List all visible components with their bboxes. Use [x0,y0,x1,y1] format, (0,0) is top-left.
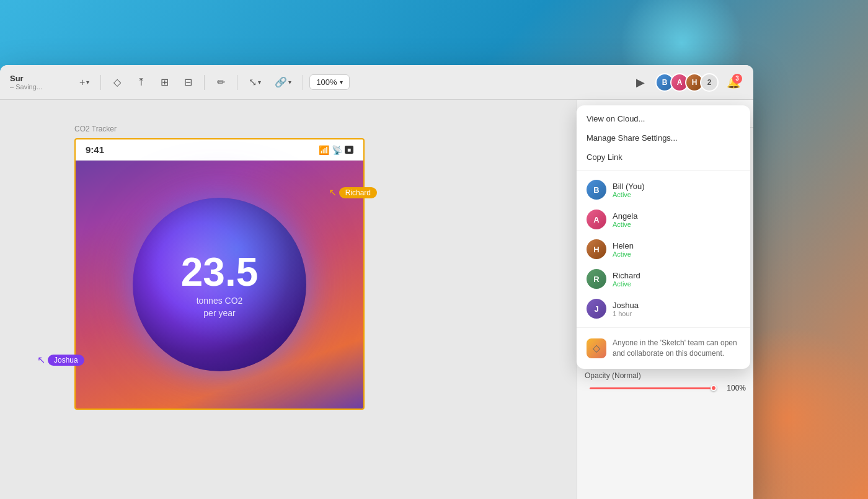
angela-avatar: A [587,210,606,229]
team-info-row: ◇ Anyone in the 'Sketch' team can open a… [577,332,750,365]
menu-team-info: ◇ Anyone in the 'Sketch' team can open a… [577,328,750,369]
opacity-slider-thumb [711,385,717,391]
helen-status: Active [613,250,634,258]
status-bar: 9:41 📶 📡 ■ [76,139,363,161]
angela-name: Angela [613,211,637,221]
richard-avatar: R [587,269,606,289]
bill-avatar: B [587,180,606,200]
helen-info: Helen Active [613,241,634,258]
vector-icon: ✏ [217,76,225,88]
zoom-value: 100% [316,77,337,87]
resize-chevron: ▾ [258,79,261,86]
add-chevron: ▾ [86,79,89,86]
phone-body: 23.5 tonnes CO2 per year [76,161,363,408]
group-tool[interactable]: ⊟ [178,73,198,92]
richard-info: Richard Active [613,271,640,288]
toolbar-separator-4 [303,75,303,90]
battery-icon: ■ [345,146,353,154]
add-icon: + [79,77,85,88]
toolbar-right: ▶ B A H 2 🔔 3 [631,73,743,92]
frame-label: CO2 Tracker [74,125,365,133]
angela-status: Active [613,221,637,228]
zoom-selector[interactable]: 100% ▾ [309,74,349,90]
shape-tool[interactable]: ◇ [107,73,127,92]
canvas-area[interactable]: CO2 Tracker 9:41 📶 📡 ■ 23 [0,100,577,499]
notification-button[interactable]: 🔔 3 [724,73,743,92]
toolbar-separator-1 [100,75,101,90]
toolbar-separator-3 [237,75,237,90]
menu-quick-actions: View on Cloud... Manage Share Settings..… [577,105,750,171]
vector-tool[interactable]: ✏ [211,73,231,92]
angela-info: Angela Active [613,211,637,228]
dropdown-menu: View on Cloud... Manage Share Settings..… [577,105,750,369]
joshua-cursor-arrow: ↖ [37,354,45,366]
toolbar: Sur – Saving... + ▾ ◇ ⤒ ⊞ [0,65,753,100]
link-tool[interactable]: 🔗 ▾ [270,73,296,92]
team-info-text: Anyone in the 'Sketch' team can open and… [613,338,740,359]
menu-users: B Bill (You) Active A Angela Active H He… [577,171,750,328]
add-button[interactable]: + ▾ [74,73,94,92]
co2-label: tonnes CO2 per year [197,295,243,319]
opacity-slider[interactable] [590,387,717,389]
zoom-chevron: ▾ [340,79,343,86]
resize-icon: ⤡ [249,76,257,88]
toolbar-tools: + ▾ ◇ ⤒ ⊞ ⊟ ✏ [74,73,626,92]
bill-name: Bill (You) [613,182,645,191]
app-title-area: Sur – Saving... [10,74,60,91]
joshua-info: Joshua 1 hour [613,301,639,317]
frame-tool[interactable]: ⊞ [154,73,174,92]
status-time: 9:41 [86,144,104,155]
link-icon: 🔗 [275,76,287,88]
shape-icon: ◇ [113,76,121,88]
group-icon: ⊟ [184,76,192,88]
frame-icon: ⊞ [161,76,169,88]
signal-icon: 📶 [319,145,329,155]
toolbar-separator-2 [204,75,205,90]
app-status: – Saving... [10,83,60,91]
joshua-status: 1 hour [613,310,639,317]
bill-status: Active [613,191,645,198]
bill-info: Bill (You) Active [613,182,645,198]
insert-tool[interactable]: ⤒ [131,73,151,92]
manage-share-label: Manage Share Settings... [587,133,678,143]
user-bill[interactable]: B Bill (You) Active [577,175,750,205]
helen-avatar: H [587,239,606,259]
link-chevron: ▾ [288,79,291,86]
co2-value: 23.5 [181,249,259,295]
view-on-cloud-label: View on Cloud... [587,114,645,123]
user-richard[interactable]: R Richard Active [577,264,750,294]
opacity-row: Opacity (Normal) [585,371,746,380]
copy-link-item[interactable]: Copy Link [577,148,750,167]
joshua-name: Joshua [613,301,639,310]
manage-share-item[interactable]: Manage Share Settings... [577,128,750,148]
richard-status: Active [613,280,640,288]
richard-cursor: ↖ Richard [329,187,377,198]
user-joshua[interactable]: J Joshua 1 hour [577,294,750,324]
richard-cursor-label: Richard [339,187,377,198]
user-angela[interactable]: A Angela Active [577,205,750,234]
wifi-icon: 📡 [332,145,342,155]
helen-name: Helen [613,241,634,250]
joshua-avatar: J [587,299,606,319]
insert-icon: ⤒ [137,76,145,88]
co2-circle: 23.5 tonnes CO2 per year [133,198,306,371]
copy-link-label: Copy Link [587,152,622,162]
phone-frame: 9:41 📶 📡 ■ 23.5 tonnes CO2 [74,138,365,410]
richard-name: Richard [613,271,640,280]
status-icons: 📶 📡 ■ [319,145,353,155]
avatar-group: B A H 2 [655,73,719,92]
canvas-content: CO2 Tracker 9:41 📶 📡 ■ 23 [74,125,365,410]
avatar-count[interactable]: 2 [700,73,719,92]
app-name: Sur [10,74,60,83]
notification-badge: 3 [732,74,742,84]
resize-tool[interactable]: ⤡ ▾ [244,73,266,92]
user-helen[interactable]: H Helen Active [577,234,750,264]
play-button[interactable]: ▶ [631,73,650,92]
sketch-logo: ◇ [587,338,606,358]
opacity-value: 100% [727,384,746,392]
view-on-cloud-item[interactable]: View on Cloud... [577,109,750,128]
richard-cursor-arrow: ↖ [329,187,337,198]
joshua-cursor: ↖ Joshua [37,354,84,366]
joshua-cursor-label: Joshua [48,355,84,366]
opacity-label: Opacity (Normal) [585,371,641,380]
